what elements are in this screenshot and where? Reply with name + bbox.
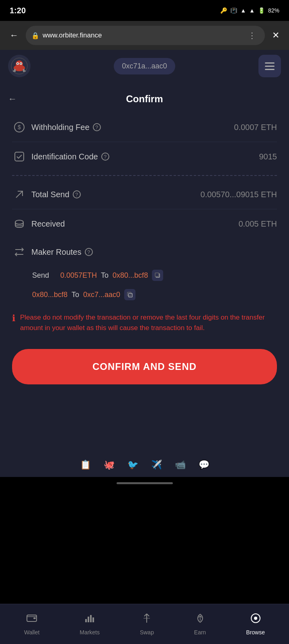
withholding-fee-label: Withholding Fee ? bbox=[31, 123, 234, 132]
maker-routes-row: Maker Routes ? bbox=[12, 238, 277, 266]
svg-rect-23 bbox=[90, 615, 92, 622]
route-2-to-addr[interactable]: 0xc7...aac0 bbox=[83, 291, 120, 299]
discord-icon[interactable]: 💬 bbox=[199, 460, 209, 470]
battery-icon: 🔋 bbox=[258, 7, 265, 14]
received-value: 0.005 ETH bbox=[238, 219, 277, 229]
route-1-to-label: To bbox=[101, 271, 109, 280]
browser-close-button[interactable]: ✕ bbox=[269, 27, 283, 44]
svg-rect-17 bbox=[127, 292, 131, 296]
nav-item-swap[interactable]: Swap bbox=[133, 609, 160, 639]
svg-rect-22 bbox=[88, 617, 89, 622]
withholding-fee-value: 0.0007 ETH bbox=[234, 123, 277, 132]
route-2-copy-button[interactable] bbox=[124, 289, 135, 300]
menu-line-2 bbox=[265, 66, 275, 67]
telegram-icon[interactable]: ✈️ bbox=[151, 460, 162, 470]
wallet-nav-label: Wallet bbox=[24, 629, 39, 636]
maker-routes-help[interactable]: ? bbox=[85, 248, 93, 256]
lock-icon: 🔒 bbox=[31, 32, 39, 39]
total-send-help[interactable]: ? bbox=[73, 190, 81, 198]
maker-routes-label: Maker Routes ? bbox=[31, 248, 277, 257]
browser-bar: ← 🔒 www.orbiter.finance ⋮ ✕ bbox=[0, 21, 289, 50]
browser-menu-button[interactable]: ⋮ bbox=[245, 29, 259, 42]
earn-nav-icon bbox=[195, 613, 206, 627]
status-time: 1:20 bbox=[10, 6, 26, 15]
vibrate-icon: 📳 bbox=[230, 7, 237, 14]
browser-back-button[interactable]: ← bbox=[6, 27, 22, 44]
social-strip: 📋 🐙 🐦 ✈️ 📹 💬 bbox=[0, 453, 289, 477]
app-header: 0xc71a...aac0 bbox=[0, 50, 289, 82]
home-bar bbox=[117, 482, 173, 484]
received-label: Received bbox=[31, 219, 238, 229]
twitter-icon[interactable]: 🐦 bbox=[127, 460, 138, 470]
svg-rect-16 bbox=[155, 273, 159, 277]
page-title: Confirm bbox=[126, 93, 163, 105]
home-indicator bbox=[0, 477, 289, 489]
total-send-value: 0.00570...09015 ETH bbox=[201, 190, 277, 199]
identification-code-help[interactable]: ? bbox=[101, 153, 109, 161]
route-1-copy-button[interactable] bbox=[152, 270, 163, 281]
total-section: Total Send ? 0.00570...09015 ETH Receive… bbox=[0, 180, 289, 238]
markets-nav-icon bbox=[84, 613, 95, 627]
total-send-row: Total Send ? 0.00570...09015 ETH bbox=[12, 180, 277, 209]
svg-point-5 bbox=[17, 63, 18, 64]
bottom-nav: Wallet Markets Swap bbox=[0, 604, 289, 644]
back-button[interactable]: ← bbox=[8, 94, 17, 104]
status-bar: 1:20 🔑 📳 ▲ ▲ 🔋 82% bbox=[0, 0, 289, 21]
browse-nav-label: Browse bbox=[246, 629, 265, 636]
received-row: Received 0.005 ETH bbox=[12, 209, 277, 238]
svg-point-26 bbox=[254, 617, 257, 620]
fee-section: $ Withholding Fee ? 0.0007 ETH Identific… bbox=[0, 113, 289, 171]
send-routes: Send 0.0057ETH To 0x80...bcf8 0x80...bcf… bbox=[12, 266, 277, 304]
route-2-from-addr[interactable]: 0x80...bcf8 bbox=[32, 291, 68, 299]
wallet-address-button[interactable]: 0xc71a...aac0 bbox=[114, 58, 175, 74]
svg-point-6 bbox=[20, 63, 22, 64]
route-1-amount[interactable]: 0.0057ETH bbox=[60, 271, 97, 280]
wifi-icon: ▲ bbox=[240, 7, 246, 14]
signal-icon: ▲ bbox=[249, 7, 255, 14]
withholding-fee-icon: $ bbox=[12, 120, 27, 134]
nav-item-earn[interactable]: Earn bbox=[188, 609, 213, 639]
total-send-label: Total Send ? bbox=[31, 190, 201, 199]
withholding-fee-help[interactable]: ? bbox=[93, 123, 101, 131]
svg-rect-10 bbox=[23, 70, 26, 72]
docs-icon[interactable]: 📋 bbox=[80, 460, 91, 470]
earn-nav-label: Earn bbox=[194, 629, 206, 636]
withholding-fee-row: $ Withholding Fee ? 0.0007 ETH bbox=[12, 113, 277, 142]
warning-text: Please do not modify the transaction or … bbox=[20, 312, 277, 333]
identification-code-value: 9015 bbox=[259, 152, 277, 161]
confirm-and-send-button[interactable]: CONFIRM AND SEND bbox=[12, 349, 277, 384]
route-1-to-addr[interactable]: 0x80...bcf8 bbox=[113, 271, 148, 280]
route-row-2: 0x80...bcf8 To 0xc7...aac0 bbox=[32, 285, 265, 304]
browse-nav-icon bbox=[250, 613, 261, 627]
battery-level: 82% bbox=[268, 7, 279, 14]
route-row-1: Send 0.0057ETH To 0x80...bcf8 bbox=[32, 266, 265, 285]
section-divider bbox=[12, 175, 277, 176]
confirm-header: ← Confirm bbox=[0, 82, 289, 113]
received-icon bbox=[12, 217, 27, 231]
github-icon[interactable]: 🐙 bbox=[104, 460, 115, 470]
maker-routes-section: Maker Routes ? Send 0.0057ETH To 0x80...… bbox=[0, 238, 289, 304]
svg-text:$: $ bbox=[18, 124, 21, 130]
total-send-icon bbox=[12, 187, 27, 202]
url-text: www.orbiter.finance bbox=[43, 31, 242, 39]
warning-icon: ℹ bbox=[12, 313, 15, 324]
menu-button[interactable] bbox=[258, 55, 281, 77]
status-icons: 🔑 📳 ▲ ▲ 🔋 82% bbox=[220, 7, 279, 14]
nav-item-browse[interactable]: Browse bbox=[240, 609, 271, 639]
main-content: ← Confirm $ Withholding Fee ? 0.0007 ETH bbox=[0, 82, 289, 453]
medium-icon[interactable]: 📹 bbox=[175, 460, 186, 470]
route-2-to-label: To bbox=[72, 291, 79, 299]
app-logo bbox=[8, 55, 31, 77]
nav-item-wallet[interactable]: Wallet bbox=[18, 609, 46, 639]
menu-line-3 bbox=[265, 69, 275, 70]
svg-rect-13 bbox=[15, 152, 24, 161]
identification-code-icon bbox=[12, 149, 27, 164]
warning-box: ℹ Please do not modify the transaction o… bbox=[12, 312, 277, 333]
browser-url-bar[interactable]: 🔒 www.orbiter.finance ⋮ bbox=[26, 26, 265, 45]
identification-code-row: Identification Code ? 9015 bbox=[12, 142, 277, 171]
logo-wrap bbox=[8, 55, 31, 77]
swap-nav-icon bbox=[141, 613, 152, 627]
markets-nav-label: Markets bbox=[80, 629, 100, 636]
svg-rect-9 bbox=[13, 70, 15, 72]
nav-item-markets[interactable]: Markets bbox=[73, 609, 106, 639]
